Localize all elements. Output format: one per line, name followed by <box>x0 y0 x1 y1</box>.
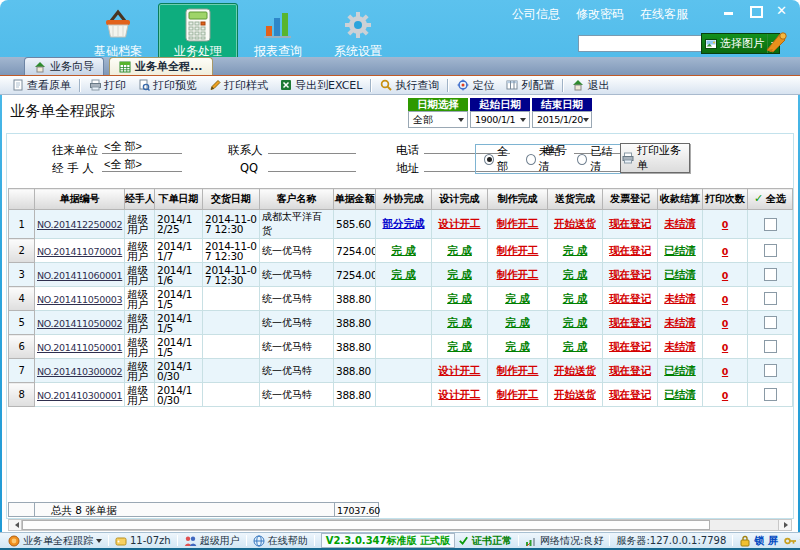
scrollbar-thumb[interactable] <box>22 520 710 530</box>
contact-field[interactable] <box>268 140 356 154</box>
lock-screen-button[interactable]: 锁 屏 <box>739 534 777 548</box>
col-header-handler[interactable]: 经手人 <box>125 189 155 210</box>
partner-field[interactable] <box>102 140 182 154</box>
tab-order-tracking[interactable]: 业务单全程... <box>109 57 213 75</box>
payment-link[interactable]: 未结清 <box>664 292 696 304</box>
row-checkbox[interactable] <box>764 218 777 231</box>
deliver-link[interactable]: 开始送货 <box>554 364 596 376</box>
order-no-link[interactable]: NO.201411060001 <box>37 270 122 281</box>
col-header-order-no[interactable]: 单据编号 <box>35 189 125 210</box>
radio-all[interactable]: 全部 <box>484 144 517 174</box>
invoice-link[interactable]: 现在登记 <box>609 244 651 256</box>
payment-link[interactable]: 未结清 <box>664 340 696 352</box>
print-style-button[interactable]: 打印样式 <box>203 77 274 94</box>
col-header-delivery-date[interactable]: 交货日期 <box>203 189 260 210</box>
payment-link[interactable]: 未结清 <box>664 316 696 328</box>
print-order-button[interactable]: 打印业务单 <box>620 143 690 173</box>
design-link[interactable]: 完 成 <box>447 244 472 256</box>
col-header-outsource[interactable]: 外协完成 <box>376 189 432 210</box>
scroll-right-arrow[interactable] <box>778 520 791 530</box>
online-service-link[interactable]: 在线客服 <box>640 6 688 23</box>
order-no-link[interactable]: NO.201410300002 <box>37 366 122 377</box>
locate-button[interactable]: 定位 <box>451 77 500 94</box>
print-button[interactable]: 打印 <box>83 77 132 94</box>
outsource-link[interactable]: 部分完成 <box>383 217 425 229</box>
design-link[interactable]: 设计开工 <box>439 388 481 400</box>
deliver-link[interactable]: 完 成 <box>563 244 588 256</box>
nav-item-base-archive[interactable]: 基础档案 <box>78 3 158 64</box>
deliver-link[interactable]: 完 成 <box>563 292 588 304</box>
deliver-link[interactable]: 完 成 <box>563 316 588 328</box>
invoice-link[interactable]: 现在登记 <box>609 292 651 304</box>
nav-item-system-settings[interactable]: 系统设置 <box>318 3 398 64</box>
design-link[interactable]: 完 成 <box>447 316 472 328</box>
make-link[interactable]: 制作开工 <box>497 364 539 376</box>
close-button[interactable] <box>776 5 790 17</box>
row-checkbox[interactable] <box>764 268 777 281</box>
row-checkbox[interactable] <box>764 340 777 353</box>
order-no-link[interactable]: NO.201410300001 <box>37 390 122 401</box>
view-original-button[interactable]: 查看原单 <box>6 77 77 94</box>
radio-settled[interactable]: 已结清 <box>577 144 620 174</box>
order-no-link[interactable]: NO.201411050002 <box>37 318 122 329</box>
col-header-order-date[interactable]: 下单日期 <box>155 189 203 210</box>
row-checkbox[interactable] <box>764 292 777 305</box>
make-link[interactable]: 制作开工 <box>497 388 539 400</box>
print-count-link[interactable]: 0 <box>722 294 728 305</box>
print-count-link[interactable]: 0 <box>722 390 728 401</box>
online-help[interactable]: 在线帮助 <box>253 534 308 548</box>
order-no-link[interactable]: NO.201412250002 <box>37 219 122 230</box>
company-info-link[interactable]: 公司信息 <box>512 6 560 23</box>
minimize-button[interactable] <box>722 5 736 17</box>
row-checkbox[interactable] <box>764 388 777 401</box>
scroll-left-arrow[interactable] <box>9 520 22 530</box>
deliver-link[interactable]: 开始送货 <box>554 388 596 400</box>
print-preview-button[interactable]: 打印预览 <box>132 77 203 94</box>
col-header-amount[interactable]: 单据金额 <box>334 189 376 210</box>
execute-query-button[interactable]: 执行查询 <box>374 77 445 94</box>
col-header-select-all[interactable]: 全选 <box>748 189 793 210</box>
print-count-link[interactable]: 0 <box>722 246 728 257</box>
switch-user-button[interactable]: 切换用户 <box>784 534 800 548</box>
tab-business-wizard[interactable]: 业务向导 <box>24 57 104 75</box>
col-header-design[interactable]: 设计完成 <box>432 189 488 210</box>
design-link[interactable]: 完 成 <box>447 292 472 304</box>
nav-item-business-process[interactable]: 业务处理 <box>158 3 238 64</box>
invoice-link[interactable]: 现在登记 <box>609 364 651 376</box>
payment-link[interactable]: 已结清 <box>664 388 696 400</box>
payment-link[interactable]: 未结清 <box>664 217 696 229</box>
invoice-link[interactable]: 现在登记 <box>609 388 651 400</box>
invoice-link[interactable]: 现在登记 <box>609 268 651 280</box>
handler-field[interactable] <box>102 158 182 172</box>
horn-icon[interactable] <box>764 30 790 54</box>
order-no-link[interactable]: NO.201411050001 <box>37 342 122 353</box>
row-checkbox[interactable] <box>764 364 777 377</box>
order-no-link[interactable]: NO.201411050003 <box>37 294 122 305</box>
make-link[interactable]: 完 成 <box>505 340 530 352</box>
make-link[interactable]: 完 成 <box>505 316 530 328</box>
payment-link[interactable]: 已结清 <box>664 268 696 280</box>
start-date-select[interactable]: 1900/1/1 <box>470 111 530 128</box>
make-link[interactable]: 制作开工 <box>497 268 539 280</box>
col-header-customer[interactable]: 客户名称 <box>260 189 334 210</box>
row-checkbox[interactable] <box>764 244 777 257</box>
print-count-link[interactable]: 0 <box>722 318 728 329</box>
design-link[interactable]: 完 成 <box>447 340 472 352</box>
column-config-button[interactable]: 列配置 <box>500 77 560 94</box>
col-header-deliver[interactable]: 送货完成 <box>548 189 603 210</box>
nav-item-report-query[interactable]: 报表查询 <box>238 3 318 64</box>
design-link[interactable]: 完 成 <box>447 268 472 280</box>
end-date-select[interactable]: 2015/1/20 <box>532 111 592 128</box>
outsource-link[interactable]: 完 成 <box>391 268 416 280</box>
date-mode-select[interactable]: 全部 <box>408 111 468 128</box>
make-link[interactable]: 完 成 <box>505 292 530 304</box>
radio-unsettled[interactable]: 未结清 <box>526 144 569 174</box>
col-header-payment[interactable]: 收款结算 <box>658 189 703 210</box>
outsource-link[interactable]: 完 成 <box>391 244 416 256</box>
horizontal-scrollbar[interactable] <box>8 519 792 531</box>
image-search-input[interactable] <box>578 35 702 52</box>
change-password-link[interactable]: 修改密码 <box>576 6 624 23</box>
col-header-prints[interactable]: 打印次数 <box>703 189 748 210</box>
print-count-link[interactable]: 0 <box>722 270 728 281</box>
qq-field[interactable] <box>268 158 356 172</box>
